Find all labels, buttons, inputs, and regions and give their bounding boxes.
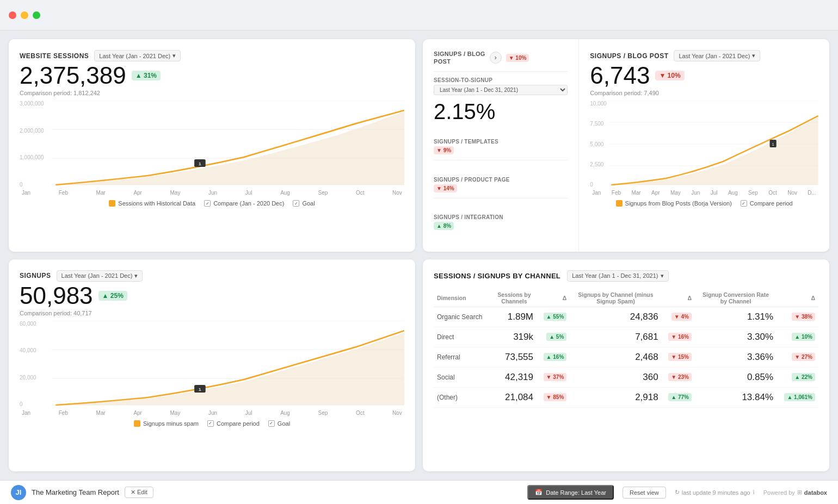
signups-y-labels: 60,000 40,000 20,000 0 <box>20 321 36 408</box>
dot-yellow <box>21 11 28 19</box>
blog-post-chart-panel: SIGNUPS / BLOG POST Last Year (Jan - 202… <box>579 39 829 252</box>
main-content: WEBSITE SESSIONS Last Year (Jan - 2021 D… <box>0 30 838 480</box>
cell-conv-delta: ▼ 38% <box>777 307 818 327</box>
middle-metrics-panel: SIGNUPS / BLOGPOST › ▼ 10% SESSION-TO-SI… <box>423 39 579 252</box>
cell-conv-delta: ▲ 1,061% <box>777 387 818 407</box>
cell-conv-rate: 3.36% <box>695 347 777 367</box>
cell-dimension: (Other) <box>434 387 492 407</box>
cell-signups: 2,918 <box>570 387 661 407</box>
blog-post-legend: Signups from Blog Posts (Borja Version) … <box>590 200 818 207</box>
cell-signups-delta: ▼ 16% <box>662 327 695 347</box>
metric-product-page: SIGNUPS / PRODUCT PAGE ▼ 14% <box>434 171 568 198</box>
dot-red <box>9 11 16 19</box>
legend-signups-compare: ✓ Compare period <box>207 420 260 427</box>
signups-title: SIGNUPS <box>20 272 51 279</box>
cell-sessions-delta: ▲ 16% <box>537 347 570 367</box>
website-sessions-header: WEBSITE SESSIONS Last Year (Jan - 2021 D… <box>20 50 404 61</box>
refresh-icon: ↻ <box>675 489 680 496</box>
col-dimension: Dimension <box>434 289 492 307</box>
channel-table: Dimension Sessions byChannels Δ Signups … <box>434 289 818 408</box>
cell-signups: 2,468 <box>570 347 661 367</box>
cell-conv-delta: ▼ 27% <box>777 347 818 367</box>
brand-name: The Marketing Team Report <box>32 488 119 496</box>
col-sessions-delta: Δ <box>537 289 570 307</box>
cell-sessions: 319k <box>492 327 537 347</box>
powered-by: Powered by ⊞ databox <box>763 489 827 496</box>
cell-sessions: 21,084 <box>492 387 537 407</box>
calendar-icon: 📅 <box>535 489 543 496</box>
cell-signups-delta: ▼ 4% <box>662 307 695 327</box>
date-range-button[interactable]: 📅 Date Range: Last Year <box>527 485 614 500</box>
legend-goal: ✓ Goal <box>293 200 315 207</box>
signups-chart: 60,000 40,000 20,000 0 1 <box>20 321 404 408</box>
cell-signups-delta: ▼ 23% <box>662 367 695 387</box>
signups-x-labels: Jan Feb Mar Apr May Jun Jul Aug Sep Oct … <box>20 410 404 416</box>
signups-svg: 1 <box>20 321 404 408</box>
blog-post-arrow[interactable]: › <box>490 52 502 64</box>
brand-icon: JI <box>11 485 26 500</box>
website-sessions-chart: 3,000,000 2,000,000 1,000,000 0 1 <box>20 101 404 188</box>
cell-dimension: Organic Search <box>434 307 492 327</box>
traffic-lights <box>9 11 40 19</box>
cell-sessions-delta: ▼ 37% <box>537 367 570 387</box>
table-row: Social 42,319 ▼ 37% 360 ▼ 23% 0.85% ▲ 22… <box>434 367 818 387</box>
edit-button[interactable]: ✕ Edit <box>125 487 153 498</box>
blog-post-chart-header: SIGNUPS / BLOG POST Last Year (Jan - 202… <box>590 50 818 61</box>
cell-conv-rate: 0.85% <box>695 367 777 387</box>
svg-text:1: 1 <box>772 142 774 147</box>
blog-post-chart-title: SIGNUPS / BLOG POST <box>590 52 668 60</box>
cell-signups-delta: ▲ 77% <box>662 387 695 407</box>
last-update: ↻ last update 9 minutes ago ℹ <box>675 489 755 496</box>
legend-compare: ✓ Compare (Jan - 2020 Dec) <box>204 200 284 207</box>
cell-conv-rate: 13.84% <box>695 387 777 407</box>
cell-conv-delta: ▲ 22% <box>777 367 818 387</box>
info-icon: ℹ <box>753 489 755 496</box>
blog-post-mini-title: SIGNUPS / BLOGPOST <box>434 50 485 66</box>
signups-badge: ▲ 25% <box>98 291 127 301</box>
brand-area: JI The Marketing Team Report ✕ Edit <box>11 485 153 500</box>
channel-table-body: Organic Search 1.89M ▲ 55% 24,836 ▼ 4% 1… <box>434 307 818 407</box>
legend-blog-signups: Signups from Blog Posts (Borja Version) <box>616 200 732 207</box>
website-sessions-svg: 1 <box>20 101 404 188</box>
svg-text:1: 1 <box>198 387 202 391</box>
channel-table-dropdown[interactable]: Last Year (Jan 1 - Dec 31, 2021) ▾ <box>567 270 668 282</box>
channel-table-header: SESSIONS / SIGNUPS BY CHANNEL Last Year … <box>434 270 818 282</box>
cell-conv-delta: ▲ 10% <box>777 327 818 347</box>
svg-text:1: 1 <box>198 161 202 166</box>
signups-value: 50,983 ▲ 25% <box>20 284 404 308</box>
product-page-badge: ▼ 14% <box>434 184 457 192</box>
blog-post-value: 6,743 ▼ 10% <box>590 64 818 88</box>
cell-signups: 360 <box>570 367 661 387</box>
website-sessions-comparison: Comparison period: 1,812,242 <box>20 90 404 96</box>
col-signups: Signups by Channel (minusSignup Spam) <box>570 289 661 307</box>
blog-post-mini-badge: ▼ 10% <box>506 54 529 62</box>
cell-sessions-delta: ▼ 85% <box>537 387 570 407</box>
databox-icon: ⊞ <box>797 489 802 496</box>
sessions-historical-label: Sessions with Historical Data <box>118 200 195 207</box>
cell-dimension: Referral <box>434 347 492 367</box>
website-sessions-badge: ▲ 31% <box>132 71 161 80</box>
dot-green <box>33 11 40 19</box>
cell-sessions: 1.89M <box>492 307 537 327</box>
signups-dropdown[interactable]: Last Year (Jan - 2021 Dec) ▾ <box>57 270 143 282</box>
session-signup-dropdown[interactable]: Last Year (Jan 1 - Dec 31, 2021) <box>434 85 568 95</box>
website-sessions-x-labels: Jan Feb Mar Apr May Jun Jul Aug Sep Oct … <box>20 190 404 196</box>
cell-sessions: 42,319 <box>492 367 537 387</box>
blog-post-chart-dropdown[interactable]: Last Year (Jan - 2021 Dec) ▾ <box>674 50 760 61</box>
templates-badge: ▼ 9% <box>434 146 454 154</box>
title-bar <box>0 0 838 30</box>
compare-label: Compare (Jan - 2020 Dec) <box>213 200 284 207</box>
cell-conv-rate: 1.31% <box>695 307 777 327</box>
cell-conv-rate: 3.30% <box>695 327 777 347</box>
website-sessions-dropdown[interactable]: Last Year (Jan - 2021 Dec) ▾ <box>94 50 181 61</box>
goal-label: Goal <box>302 200 315 207</box>
blog-post-comparison: Comparison period: 7,490 <box>590 90 818 96</box>
legend-signups-goal: ✓ Goal <box>268 420 290 427</box>
legend-sessions-historical: Sessions with Historical Data <box>109 200 195 207</box>
blog-post-svg: 1 <box>590 101 818 188</box>
reset-view-button[interactable]: Reset view <box>623 487 666 499</box>
blog-post-mini-header: SIGNUPS / BLOGPOST › ▼ 10% <box>434 50 568 66</box>
table-row: Direct 319k ▲ 5% 7,681 ▼ 16% 3.30% ▲ 10% <box>434 327 818 347</box>
cell-sessions-delta: ▲ 5% <box>537 327 570 347</box>
col-conv-rate: Signup Conversion Rateby Channel <box>695 289 777 307</box>
